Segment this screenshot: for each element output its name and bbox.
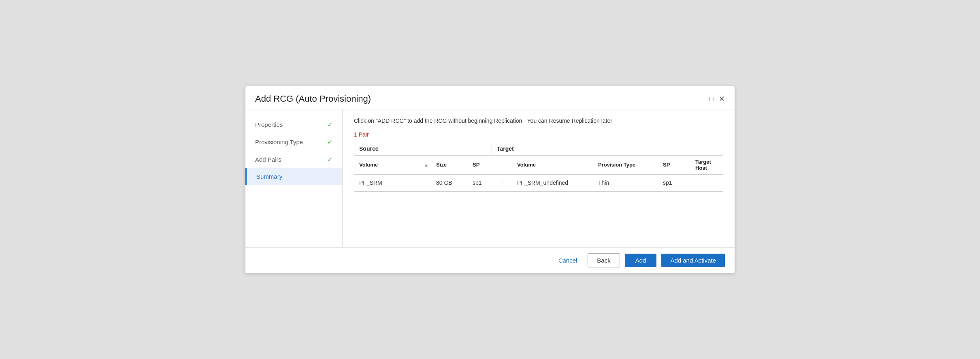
col-header-target-host: Target Host (690, 156, 723, 174)
group-header-source: Source (354, 142, 492, 155)
group-header-target: Target (492, 142, 723, 155)
cell-volume-tgt: PF_SRM_undefined (512, 175, 593, 190)
sidebar-item-add-pairs[interactable]: Add Pairs ✓ (245, 151, 342, 168)
col-header-sp-tgt: SP (658, 158, 690, 171)
sidebar-item-label: Properties (255, 121, 283, 128)
col-header-arrow (492, 162, 512, 168)
sidebar-item-label: Provisioning Type (255, 139, 303, 145)
dialog-header: Add RCG (Auto Provisioning) □ ✕ (245, 86, 735, 109)
main-content: Click on "ADD RCG" to add the RCG withou… (343, 109, 735, 247)
col-header-size: Size (431, 158, 468, 171)
table-col-headers: Volume ▲ Size SP Volume Provision Type S… (354, 156, 723, 175)
cell-target-host (690, 179, 723, 187)
cell-sp-src: sp1 (468, 175, 492, 190)
cell-sp-tgt: sp1 (658, 175, 690, 190)
sidebar-item-provisioning-type[interactable]: Provisioning Type ✓ (245, 133, 342, 151)
cell-size: 80 GB (431, 175, 468, 190)
cell-volume-src: PF_SRM (354, 175, 419, 190)
add-button[interactable]: Add (625, 254, 657, 267)
add-rcg-dialog: Add RCG (Auto Provisioning) □ ✕ Properti… (245, 86, 735, 274)
sidebar-item-properties[interactable]: Properties ✓ (245, 116, 342, 133)
table-group-headers: Source Target (354, 142, 723, 156)
cell-provision-type: Thin (593, 175, 658, 190)
col-header-sp-src: SP (468, 158, 492, 171)
sidebar-item-summary[interactable]: Summary (245, 168, 342, 185)
cancel-button[interactable]: Cancel (553, 254, 583, 267)
sidebar-item-label: Add Pairs (255, 156, 281, 163)
summary-table: Source Target Volume ▲ Size SP Volume Pr… (354, 142, 723, 192)
properties-check-icon: ✓ (327, 121, 332, 128)
sort-arrow-icon[interactable]: ▲ (419, 159, 431, 171)
dialog-body: Properties ✓ Provisioning Type ✓ Add Pai… (245, 109, 735, 247)
add-pairs-check-icon: ✓ (327, 156, 332, 163)
back-button[interactable]: Back (588, 253, 620, 267)
col-header-volume-tgt: Volume (512, 158, 593, 171)
add-and-activate-button[interactable]: Add and Activate (661, 254, 725, 267)
header-controls: □ ✕ (709, 95, 725, 103)
cell-sort-spacer (419, 179, 431, 187)
dialog-footer: Cancel Back Add Add and Activate (245, 247, 735, 273)
info-text: Click on "ADD RCG" to add the RCG withou… (354, 118, 723, 124)
maximize-icon[interactable]: □ (709, 95, 714, 103)
table-row: PF_SRM 80 GB sp1 → PF_SRM_undefined Thin… (354, 175, 723, 191)
dialog-title: Add RCG (Auto Provisioning) (255, 94, 371, 104)
provisioning-type-check-icon: ✓ (327, 138, 332, 146)
close-icon[interactable]: ✕ (719, 95, 725, 103)
col-header-provision-type: Provision Type (593, 158, 658, 171)
pair-count: 1 Pair (354, 131, 723, 138)
col-header-volume-src[interactable]: Volume (354, 158, 419, 171)
sidebar-item-label: Summary (256, 173, 282, 180)
row-arrow-icon: → (497, 179, 504, 187)
sidebar: Properties ✓ Provisioning Type ✓ Add Pai… (245, 109, 343, 247)
cell-arrow-icon: → (492, 175, 512, 191)
